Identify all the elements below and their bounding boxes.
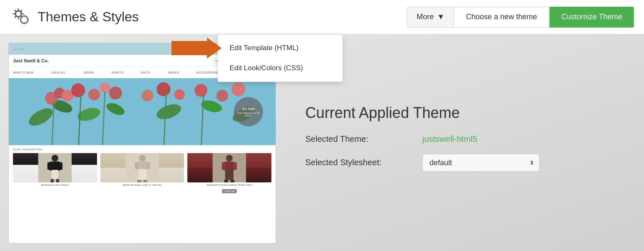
preview-products: Madewell modern Blazer xyxy=(9,153,276,194)
svg-point-22 xyxy=(216,90,228,102)
svg-rect-36 xyxy=(56,179,59,182)
svg-rect-31 xyxy=(50,161,60,171)
svg-rect-54 xyxy=(222,162,225,170)
menu-knits: KNITS xyxy=(141,71,151,74)
svg-rect-35 xyxy=(51,179,54,182)
product-2: Madewell Teddy Loafer In Calf Hair xyxy=(100,153,184,194)
product-image-2 xyxy=(100,153,184,182)
menu-shoes: SHOES xyxy=(168,71,179,74)
page-title: Themes & Styles xyxy=(38,9,139,25)
svg-rect-57 xyxy=(225,180,228,182)
selected-theme-row: Selected Theme: justswell-html5 xyxy=(305,134,623,144)
product-image-1 xyxy=(13,153,97,182)
more-dropdown: Edit Template (HTML) Edit Look/Colors (C… xyxy=(192,34,343,82)
svg-point-38 xyxy=(139,155,146,161)
svg-rect-42 xyxy=(138,169,146,180)
selected-stylesheet-row: Selected Stylesheet: default classic mod… xyxy=(305,154,623,172)
svg-rect-32 xyxy=(47,162,51,170)
dropdown-arrow-icon: ▼ xyxy=(437,13,445,21)
menu-view-all: VIEW ALL xyxy=(51,71,66,74)
stylesheet-select[interactable]: default classic modern minimal xyxy=(422,154,539,172)
hero-overlay: It's Fall! Free Shipping on all orders xyxy=(234,97,263,126)
edit-template-item[interactable]: Edit Template (HTML) xyxy=(218,38,342,58)
section-title: OUR FAVORITES xyxy=(9,145,276,153)
svg-point-21 xyxy=(194,84,207,97)
svg-rect-56 xyxy=(225,170,234,180)
selected-theme-label: Selected Theme: xyxy=(305,134,422,144)
svg-rect-43 xyxy=(137,180,141,182)
svg-rect-33 xyxy=(59,162,62,170)
product-name-1: Madewell modern Blazer xyxy=(13,184,97,186)
svg-point-18 xyxy=(142,90,153,102)
svg-point-19 xyxy=(156,82,170,96)
product-name-2: Madewell Teddy Loafer In Calf Hair xyxy=(100,184,184,186)
product-name-3: Madewell Penfold Chatham Buffalo Plaid xyxy=(187,184,271,186)
svg-rect-44 xyxy=(143,180,147,182)
store-name: Just Swell & Co. xyxy=(13,58,49,63)
svg-rect-39 xyxy=(137,161,147,170)
more-button[interactable]: More ▼ xyxy=(407,7,454,28)
header-left: Themes & Styles xyxy=(10,5,407,29)
svg-rect-41 xyxy=(146,162,150,169)
dropdown-menu: Edit Template (HTML) Edit Look/Colors (C… xyxy=(217,34,343,82)
customize-theme-button[interactable]: Customize Theme xyxy=(549,7,634,28)
more-info-badge: + More Info xyxy=(222,189,237,193)
svg-point-14 xyxy=(71,83,85,97)
menu-denim: DENIM xyxy=(84,71,94,74)
product-image-3 xyxy=(187,153,271,182)
header: Themes & Styles More ▼ Choose a new them… xyxy=(0,0,644,34)
menu-shirts: SHIRTS xyxy=(111,71,123,74)
svg-rect-58 xyxy=(231,180,235,182)
svg-point-16 xyxy=(100,82,110,93)
selected-theme-value: justswell-html5 xyxy=(422,134,477,144)
choose-theme-button[interactable]: Choose a new theme xyxy=(454,7,549,28)
dropdown-pointer xyxy=(171,38,222,60)
preview-hero: It's Fall! Free Shipping on all orders xyxy=(9,78,276,145)
menu-whats-new: WHAT'S NEW xyxy=(13,71,33,74)
product-3: Madewell Penfold Chatham Buffalo Plaid +… xyxy=(187,153,271,194)
svg-marker-2 xyxy=(171,38,222,59)
stylesheet-select-wrapper: default classic modern minimal ⬍ xyxy=(422,154,539,172)
svg-rect-40 xyxy=(135,162,138,169)
header-actions: More ▼ Choose a new theme Customize Them… xyxy=(407,7,634,28)
svg-rect-34 xyxy=(51,170,58,179)
edit-colors-item[interactable]: Edit Look/Colors (CSS) xyxy=(218,58,342,78)
gear-icon xyxy=(10,5,32,29)
product-1: Madewell modern Blazer xyxy=(13,153,97,194)
svg-point-23 xyxy=(231,82,245,96)
svg-point-30 xyxy=(51,155,58,161)
svg-point-46 xyxy=(226,155,233,161)
selected-stylesheet-label: Selected Stylesheet: xyxy=(305,158,422,167)
svg-rect-55 xyxy=(234,162,237,170)
svg-point-15 xyxy=(88,89,100,100)
svg-point-17 xyxy=(109,87,122,100)
svg-point-20 xyxy=(174,89,185,100)
current-theme-heading: Current Applied Theme xyxy=(305,104,623,122)
